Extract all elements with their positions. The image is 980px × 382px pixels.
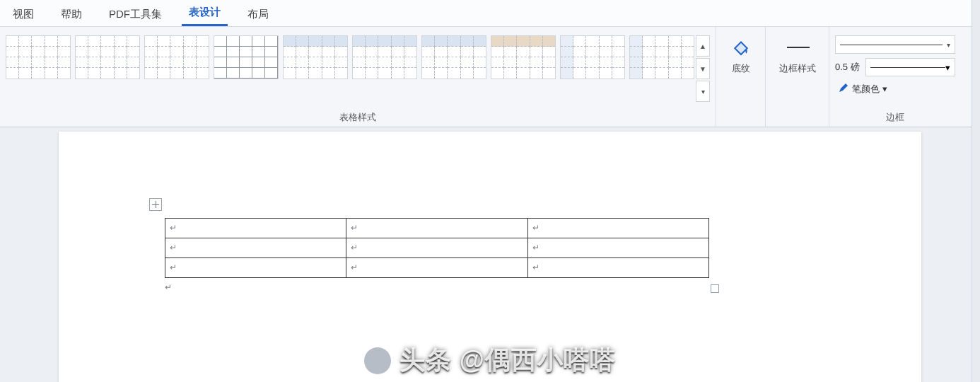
border-line-icon <box>786 35 810 59</box>
border-line-style-select[interactable]: ▾ <box>835 35 955 54</box>
table-cell[interactable]: ↵ <box>165 238 346 258</box>
table-cell[interactable]: ↵ <box>346 258 527 278</box>
cell-mark: ↵ <box>170 262 177 272</box>
shading-label: 底纹 <box>732 62 750 75</box>
ribbon: ▲ ▼ ▾ 表格样式 底纹 边框样式 <box>0 27 980 127</box>
document-area: ↵ ↵ ↵ ↵ ↵ ↵ ↵ ↵ ↵ ↵ <box>0 127 980 382</box>
table-style-thumb[interactable] <box>560 35 625 79</box>
pen-weight-value: 0.5 磅 <box>835 61 860 74</box>
group-borders: ▾ 0.5 磅 ▾ 笔颜色 ▾ 边框 <box>829 27 961 127</box>
pen-icon <box>838 82 849 96</box>
table-row[interactable]: ↵ ↵ ↵ <box>165 219 709 238</box>
group-shading: 底纹 <box>716 27 766 127</box>
tab-help[interactable]: 帮助 <box>54 2 89 26</box>
document-table[interactable]: ↵ ↵ ↵ ↵ ↵ ↵ ↵ ↵ ↵ <box>165 218 709 278</box>
group-table-styles: ▲ ▼ ▾ 表格样式 <box>0 27 716 127</box>
table-style-thumb[interactable] <box>75 35 140 79</box>
table-style-thumb[interactable] <box>283 35 348 79</box>
table-style-thumb[interactable] <box>214 35 279 79</box>
tab-layout[interactable]: 布局 <box>240 2 276 26</box>
table-cell[interactable]: ↵ <box>165 219 346 238</box>
table-cell[interactable]: ↵ <box>527 258 708 278</box>
paint-bucket-icon <box>729 35 753 59</box>
table-cell[interactable]: ↵ <box>527 219 708 238</box>
chevron-down-icon: ▾ <box>947 41 950 49</box>
cell-mark: ↵ <box>532 262 539 272</box>
pen-color-label: 笔颜色 <box>852 83 880 96</box>
table-row[interactable]: ↵ ↵ ↵ <box>165 258 709 278</box>
tab-table-design[interactable]: 表设计 <box>182 0 228 26</box>
table-style-thumb[interactable] <box>6 35 71 79</box>
cell-mark: ↵ <box>532 223 539 233</box>
pen-weight-select[interactable]: ▾ <box>865 58 955 76</box>
chevron-down-icon: ▾ <box>945 62 950 73</box>
cell-mark: ↵ <box>351 243 358 253</box>
cell-mark: ↵ <box>532 243 539 253</box>
table-cell compare[interactable]: ↵ <box>165 258 346 278</box>
group-border-style: 边框样式 <box>766 27 829 127</box>
table-resize-handle[interactable] <box>711 284 719 293</box>
table-row[interactable]: ↵ ↵ ↵ <box>165 238 709 258</box>
gallery-expand[interactable]: ▾ <box>696 81 710 102</box>
table-style-thumb[interactable] <box>352 35 417 79</box>
table-style-thumb[interactable] <box>144 35 209 79</box>
table-cell[interactable]: ↵ <box>346 238 527 258</box>
group-label-table-styles: 表格样式 <box>6 107 710 124</box>
gallery-scroll-up[interactable]: ▲ <box>696 35 710 57</box>
line-style-sample <box>840 45 943 45</box>
page[interactable]: ↵ ↵ ↵ ↵ ↵ ↵ ↵ ↵ ↵ ↵ <box>59 132 921 382</box>
cell-mark: ↵ <box>351 223 358 233</box>
table-cell[interactable]: ↵ <box>346 219 527 238</box>
border-style-label: 边框样式 <box>779 62 816 75</box>
table-style-thumb[interactable] <box>421 35 486 79</box>
chevron-down-icon: ▾ <box>882 83 887 94</box>
cell-mark: ↵ <box>170 223 177 233</box>
cell-mark: ↵ <box>170 243 177 253</box>
table-styles-gallery <box>6 31 694 103</box>
group-label-borders: 边框 <box>835 107 955 124</box>
table-style-thumb[interactable] <box>629 35 694 79</box>
ribbon-tabstrip: 视图 帮助 PDF工具集 表设计 布局 <box>0 0 980 27</box>
table-style-thumb[interactable] <box>491 35 556 79</box>
vertical-scrollbar[interactable] <box>972 0 980 382</box>
shading-button[interactable]: 底纹 <box>722 31 759 76</box>
table-cell[interactable]: ↵ <box>527 238 708 258</box>
tab-pdftool[interactable]: PDF工具集 <box>102 2 169 26</box>
pen-color-button[interactable]: 笔颜色 ▾ <box>835 81 955 97</box>
table-move-handle[interactable] <box>149 198 162 211</box>
gallery-scroll-down[interactable]: ▼ <box>696 58 710 79</box>
pen-weight-sample <box>870 67 945 68</box>
cell-mark: ↵ <box>351 262 358 272</box>
border-style-button[interactable]: 边框样式 <box>771 31 823 76</box>
gallery-scroll: ▲ ▼ ▾ <box>696 35 710 103</box>
tab-view[interactable]: 视图 <box>6 2 41 26</box>
